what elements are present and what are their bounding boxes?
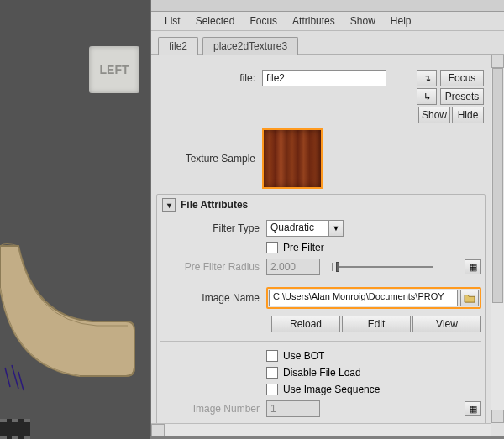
attribute-editor: List Selected Focus Attributes Show Help… bbox=[150, 0, 504, 436]
scroll-thumb[interactable] bbox=[492, 68, 503, 303]
menu-help[interactable]: Help bbox=[384, 13, 418, 29]
svg-line-2 bbox=[18, 372, 24, 390]
vertical-scrollbar[interactable] bbox=[491, 55, 504, 423]
scroll-down-icon[interactable] bbox=[491, 410, 504, 423]
scroll-left-icon[interactable] bbox=[151, 424, 165, 436]
view-cube-left[interactable]: LEFT bbox=[89, 46, 139, 93]
file-label: file: bbox=[156, 72, 262, 84]
prefilter-radius-label: Pre Filter Radius bbox=[160, 261, 266, 273]
prefilter-radius-slider bbox=[332, 263, 433, 271]
node-tabs: file2 place2dTexture3 bbox=[151, 31, 504, 55]
focus-out-icon[interactable]: ↳ bbox=[417, 88, 437, 105]
browse-folder-icon[interactable] bbox=[460, 290, 479, 306]
file-name-input[interactable] bbox=[262, 70, 386, 86]
edit-button[interactable]: Edit bbox=[342, 316, 411, 332]
menu-selected[interactable]: Selected bbox=[189, 13, 242, 29]
use-bot-checkbox[interactable] bbox=[266, 350, 278, 362]
focus-button[interactable]: Focus bbox=[440, 70, 484, 86]
content-area: file: ↴ Focus ↳ Presets bbox=[151, 55, 504, 436]
menu-show[interactable]: Show bbox=[344, 13, 382, 29]
presets-button[interactable]: Presets bbox=[440, 88, 484, 105]
menu-attributes[interactable]: Attributes bbox=[286, 13, 342, 29]
viewport[interactable]: LEFT bbox=[0, 0, 150, 439]
use-image-sequence-checkbox[interactable] bbox=[266, 384, 278, 395]
filter-type-label: Filter Type bbox=[160, 222, 266, 234]
panel-titlebar bbox=[151, 0, 504, 12]
reload-button[interactable]: Reload bbox=[271, 316, 340, 332]
focus-in-icon[interactable]: ↴ bbox=[417, 70, 437, 86]
use-bot-label: Use BOT bbox=[283, 350, 324, 362]
texture-sample-label: Texture Sample bbox=[156, 153, 262, 165]
svg-line-0 bbox=[5, 368, 10, 387]
show-button[interactable]: Show bbox=[418, 107, 450, 123]
tab-file2[interactable]: file2 bbox=[158, 37, 198, 55]
root: LEFT List Selected Focus Attri bbox=[0, 0, 504, 439]
prefilter-checkbox[interactable] bbox=[266, 242, 278, 253]
section-title: File Attributes bbox=[181, 199, 248, 211]
chevron-down-icon[interactable]: ▼ bbox=[328, 220, 344, 237]
viewport-model bbox=[0, 229, 143, 414]
map-button-icon[interactable]: ▦ bbox=[465, 259, 481, 274]
timeline-strip bbox=[0, 419, 30, 439]
map-button-icon-2[interactable]: ▦ bbox=[465, 401, 481, 416]
tab-place2d[interactable]: place2dTexture3 bbox=[202, 37, 298, 55]
hide-button[interactable]: Hide bbox=[452, 107, 484, 123]
prefilter-label: Pre Filter bbox=[283, 242, 324, 253]
disable-file-load-label: Disable File Load bbox=[283, 367, 361, 379]
image-number-input bbox=[266, 400, 320, 417]
menu-list[interactable]: List bbox=[158, 13, 187, 29]
horizontal-scrollbar[interactable] bbox=[151, 423, 491, 436]
scroll-up-icon[interactable] bbox=[491, 55, 504, 68]
svg-line-1 bbox=[12, 365, 18, 389]
image-name-label: Image Name bbox=[160, 292, 266, 304]
menu-bar: List Selected Focus Attributes Show Help bbox=[151, 12, 504, 31]
texture-sample-swatch[interactable] bbox=[262, 128, 323, 189]
use-image-sequence-label: Use Image Sequence bbox=[283, 384, 380, 395]
image-number-label: Image Number bbox=[160, 403, 266, 415]
menu-focus[interactable]: Focus bbox=[243, 13, 284, 29]
prefilter-radius-input bbox=[266, 259, 320, 275]
disable-file-load-checkbox[interactable] bbox=[266, 367, 278, 379]
twisty-icon[interactable]: ▾ bbox=[162, 198, 176, 212]
file-attributes-section: ▾ File Attributes Filter Type Quadratic … bbox=[156, 194, 486, 435]
filter-type-combo[interactable]: Quadratic ▼ bbox=[266, 220, 344, 237]
view-button[interactable]: View bbox=[412, 316, 481, 332]
image-name-input[interactable]: C:\Users\Alan Monroig\Documents\PROY bbox=[269, 290, 458, 306]
